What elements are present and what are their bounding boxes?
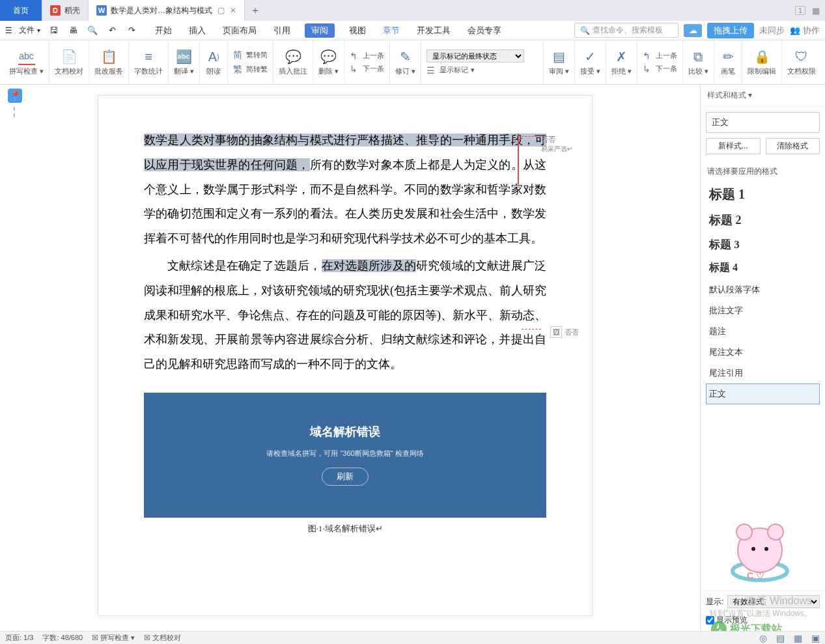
read-icon: A) — [205, 48, 222, 65]
tab-home[interactable]: 首页 — [0, 0, 42, 21]
watermark-line2: 转到"设置"以激活 Windows。 — [710, 608, 812, 619]
ribbon-wordcount[interactable]: ≡ 字数统计 — [129, 40, 169, 84]
style-heading1[interactable]: 标题 1 — [706, 181, 820, 208]
ribbon-spellcheck[interactable]: abc 拼写检查 ▾ — [4, 40, 49, 84]
figure-caption: 图·1·域名解析错误↵ — [144, 523, 546, 535]
menu-review[interactable]: 审阅 — [305, 23, 335, 38]
lock-icon: 🔒 — [753, 48, 770, 65]
ribbon-revise[interactable]: ✎ 修订 ▾ — [390, 40, 421, 84]
ribbon-simp-to-trad[interactable]: 繁简转繁 — [233, 64, 268, 76]
document-page: 否否 易采严选↵ 数学是人类对事物的抽象结构与模式进行严格描述、推导的一种通用手… — [98, 95, 593, 616]
refresh-button[interactable]: 刷新 — [322, 468, 369, 486]
menu-ref[interactable]: 引用 — [271, 23, 293, 38]
embed-title: 域名解析错误 — [310, 424, 380, 440]
style-endnote-text[interactable]: 尾注文本 — [706, 342, 820, 363]
ribbon-compare[interactable]: ⧉ 比较 ▾ — [683, 40, 714, 84]
ribbon-next-comment[interactable]: ↳下一条 — [350, 64, 384, 74]
style-default-font[interactable]: 默认段落字体 — [706, 279, 820, 300]
status-spellcheck[interactable]: ☒ 拼写检查 ▾ — [92, 633, 135, 643]
collab-icon[interactable]: 👥 协作 — [790, 25, 820, 36]
ribbon-insert-comment[interactable]: 💬 插入批注 — [273, 40, 313, 84]
revise-icon: ✎ — [397, 48, 414, 65]
ribbon-review-pane[interactable]: ▤ 审阅 ▾ — [544, 40, 575, 84]
cloud-upload-button[interactable]: 拖拽上传 — [707, 23, 754, 38]
tab-close-icon[interactable]: ✕ — [230, 6, 236, 15]
tab-shell[interactable]: D 稻壳 — [42, 0, 89, 21]
ribbon-proof[interactable]: 📄 文档校对 — [49, 40, 89, 84]
ribbon-read[interactable]: A) 朗读 — [200, 40, 228, 84]
paragraph-2[interactable]: 文献综述是在确定了选题后，在对选题所涉及的研究领域的文献进展广泛阅读和理解的根底… — [144, 254, 546, 377]
translate-icon: 🔤 — [176, 48, 193, 65]
embedded-object[interactable]: 域名解析错误 请检查域名拼写，可用 "360断网急救箱" 检查网络 刷新 — [144, 393, 546, 518]
ribbon-permission[interactable]: 🛡 文档权限 — [782, 40, 821, 84]
save-icon[interactable]: 🖫 — [47, 24, 60, 37]
ribbon-approve[interactable]: 📋 批改服务 — [89, 40, 129, 84]
document-area[interactable]: 📍 否否 易采严选↵ 数学是人类对事物的抽象结构与模式进行严格描述、推导的一种通… — [0, 85, 700, 631]
titlebar: 首页 D 稻壳 W 数学是人类对…象结构与模式 ▢ ✕ ＋ 1 ▦ — [0, 0, 825, 21]
ribbon-rev-next[interactable]: ↳下一条 — [643, 64, 677, 74]
ribbon-rev-prev[interactable]: ↰上一条 — [643, 51, 677, 61]
style-caption[interactable]: 题注 — [706, 321, 820, 342]
menu-dev[interactable]: 开发工具 — [414, 23, 453, 38]
comment-balloon-1[interactable]: 否否 易采严选↵ — [541, 135, 572, 154]
brush-icon: ✏ — [720, 48, 736, 65]
style-heading4[interactable]: 标题 4 — [706, 257, 820, 279]
style-heading2[interactable]: 标题 2 — [706, 208, 820, 232]
window-count: 1 — [795, 6, 805, 15]
ribbon-prev-comment[interactable]: ↰上一条 — [350, 51, 384, 61]
status-words[interactable]: 字数: 48/680 — [42, 633, 83, 643]
menu-insert[interactable]: 插入 — [186, 23, 208, 38]
markup-icon: ☰ — [426, 65, 437, 76]
ribbon-show-markup[interactable]: ☰显示标记 ▾ — [426, 65, 538, 76]
revision-connector-2 — [522, 329, 541, 329]
style-comment-text[interactable]: 批注文字 — [706, 300, 820, 321]
status-doccheck[interactable]: ☒ 文档校对 — [144, 633, 181, 643]
status-page[interactable]: 页面: 1/3 — [5, 633, 33, 643]
cloud-icon[interactable]: ☁ — [684, 24, 702, 37]
ribbon-reject[interactable]: ✗ 拒绝 ▾ — [606, 40, 637, 84]
markup-state-select[interactable]: 显示标记的最终状态 — [426, 49, 524, 63]
clear-format-button[interactable]: 清除格式 — [766, 138, 820, 154]
view-mode-icon[interactable]: ◎ — [759, 633, 767, 643]
ribbon-trad-to-simp[interactable]: 简繁转简 — [233, 49, 268, 61]
file-menu[interactable]: 文件 ▾ — [19, 25, 40, 36]
menu-chapter[interactable]: 章节 — [380, 23, 402, 38]
mascot-image: C ♡ — [721, 520, 799, 585]
style-heading3[interactable]: 标题 3 — [706, 232, 820, 257]
paragraph-1[interactable]: 数学是人类对事物的抽象结构与模式进行严格描述、推导的一种通用手段，可以应用于现实… — [144, 128, 546, 251]
preview-icon[interactable]: 🔍 — [86, 24, 99, 37]
ribbon-translate[interactable]: 🔤 翻译 ▾ — [169, 40, 200, 84]
ribbon-delete-comment[interactable]: 💬 删除 ▾ — [313, 40, 344, 84]
layout3-icon[interactable]: ▣ — [811, 633, 820, 643]
ribbon: abc 拼写检查 ▾ 📄 文档校对 📋 批改服务 ≡ 字数统计 🔤 翻译 ▾ A… — [0, 40, 825, 85]
undo-icon[interactable]: ↶ — [105, 24, 119, 37]
pin-icon[interactable]: 📍 — [8, 89, 22, 103]
new-style-button[interactable]: 新样式... — [706, 138, 761, 154]
prev-icon: ↰ — [350, 51, 360, 61]
choose-label: 请选择要应用的格式 — [701, 160, 825, 181]
search-input[interactable]: 🔍 查找命令、搜索模板 — [574, 23, 678, 38]
comment-balloon-2[interactable]: 🖼 否否 — [550, 326, 579, 338]
tab-document[interactable]: W 数学是人类对…象结构与模式 ▢ ✕ — [89, 0, 245, 21]
search-placeholder: 查找命令、搜索模板 — [593, 25, 663, 36]
style-body[interactable]: 正文 — [706, 384, 820, 404]
layout2-icon[interactable]: ▦ — [794, 633, 802, 643]
menu-vip[interactable]: 会员专享 — [465, 23, 504, 38]
comment-author-2: 否否 — [565, 328, 579, 337]
current-style[interactable]: 正文 — [706, 112, 820, 133]
style-endnote-ref[interactable]: 尾注引用 — [706, 363, 820, 384]
new-tab-button[interactable]: ＋ — [245, 0, 266, 21]
ribbon-accept[interactable]: ✓ 接受 ▾ — [575, 40, 606, 84]
layout1-icon[interactable]: ▤ — [776, 633, 785, 643]
windows-activation-watermark: 激活 Windows 转到"设置"以激活 Windows。 — [710, 595, 812, 619]
print-icon[interactable]: 🖶 — [66, 24, 79, 37]
ribbon-limit-edit[interactable]: 🔒 限制编辑 — [742, 40, 782, 84]
menu-view[interactable]: 视图 — [346, 23, 369, 38]
grid-icon[interactable]: ▦ — [812, 6, 820, 16]
redo-icon[interactable]: ↷ — [125, 24, 138, 37]
ribbon-brush[interactable]: ✏ 画笔 — [714, 40, 742, 84]
revision-bar — [518, 133, 519, 184]
menu-layout[interactable]: 页面布局 — [220, 23, 259, 38]
menu-start[interactable]: 开始 — [152, 23, 175, 38]
hamburger-icon[interactable]: ☰ — [5, 26, 12, 35]
